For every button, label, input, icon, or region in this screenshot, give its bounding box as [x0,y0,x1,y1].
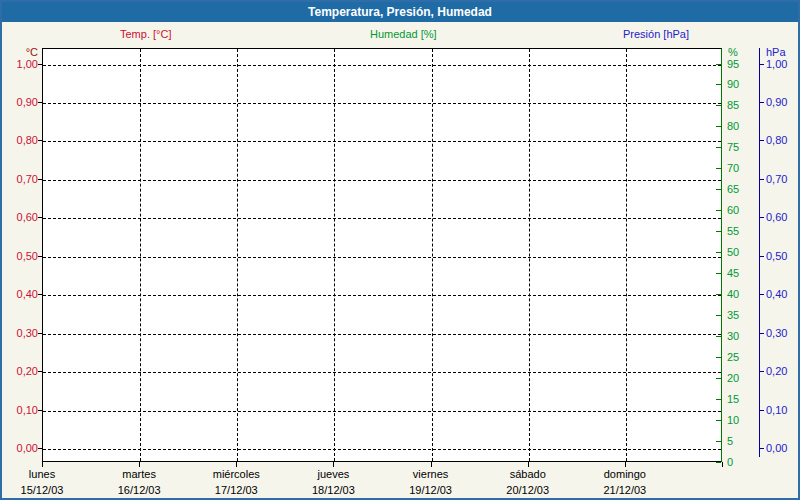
x-day-label: miércoles [188,468,284,480]
pressure-tick-mark [760,294,764,295]
pressure-tick-label: 0,10 [766,403,787,417]
v-gridline [432,49,433,461]
h-gridline [43,334,721,335]
humidity-tick-label: 65 [727,182,739,196]
v-gridline [237,49,238,461]
x-tick-mark [722,462,723,467]
humidity-tick-mark [716,168,721,169]
h-gridline [43,257,721,258]
humidity-tick-mark [716,273,721,274]
humidity-tick-label: 90 [727,77,739,91]
v-gridline [334,49,335,461]
temp-tick-label: 0,70 [4,172,38,186]
pressure-tick-mark [760,333,764,334]
title-bar: Temperatura, Presión, Humedad [2,2,798,22]
temp-tick-mark [38,448,42,449]
x-day-label: martes [91,468,187,480]
pressure-axis-line [759,48,760,457]
x-date-label: 16/12/03 [91,484,187,496]
temp-tick-label: 1,00 [4,57,38,71]
temp-tick-mark [38,294,42,295]
humidity-tick-mark [716,294,721,295]
humidity-tick-mark [716,420,721,421]
humidity-tick-mark [716,105,721,106]
humidity-tick-mark [716,210,721,211]
h-gridline [43,180,721,181]
x-tick-mark [333,462,334,467]
humidity-tick-mark [716,189,721,190]
humidity-tick-label: 70 [727,161,739,175]
temp-tick-label: 0,50 [4,249,38,263]
temp-tick-mark [38,256,42,257]
x-date-label: 17/12/03 [188,484,284,496]
humidity-tick-label: 5 [727,434,733,448]
humidity-tick-mark [716,64,721,65]
temp-tick-mark [38,333,42,334]
temp-tick-label: 0,20 [4,364,38,378]
humidity-tick-label: 50 [727,245,739,259]
humidity-tick-label: 45 [727,266,739,280]
temp-tick-label: 0,90 [4,95,38,109]
temp-tick-label: 0,60 [4,210,38,224]
pressure-tick-label: 0,80 [766,133,787,147]
x-date-label: 18/12/03 [285,484,381,496]
pressure-tick-label: 0,70 [766,172,787,186]
x-tick-mark [139,462,140,467]
legend-pressure: Presión [hPa] [623,28,689,40]
temp-tick-mark [38,371,42,372]
x-date-label: 21/12/03 [577,484,673,496]
humidity-tick-label: 95 [727,57,739,71]
x-tick-mark [236,462,237,467]
h-gridline [43,141,721,142]
x-tick-mark [528,462,529,467]
temp-tick-mark [38,140,42,141]
pressure-tick-label: 1,00 [766,57,787,71]
pressure-tick-label: 0,00 [766,441,787,455]
pressure-tick-mark [760,448,764,449]
legend-humidity: Humedad [%] [370,28,437,40]
h-gridline [43,103,721,104]
x-date-label: 20/12/03 [480,484,576,496]
v-gridline [140,49,141,461]
humidity-tick-mark [716,84,721,85]
x-date-label: 19/12/03 [383,484,479,496]
h-gridline [43,411,721,412]
humidity-tick-label: 30 [727,329,739,343]
humidity-tick-mark [716,399,721,400]
h-gridline [43,218,721,219]
humidity-tick-mark [716,462,721,463]
humidity-tick-label: 40 [727,287,739,301]
x-tick-mark [431,462,432,467]
humidity-tick-label: 80 [727,119,739,133]
pressure-tick-label: 0,90 [766,95,787,109]
temp-tick-mark [38,64,42,65]
humidity-tick-mark [716,231,721,232]
pressure-tick-mark [760,256,764,257]
humidity-tick-label: 25 [727,350,739,364]
window-title: Temperatura, Presión, Humedad [308,5,492,19]
temp-tick-label: 0,40 [4,287,38,301]
temp-tick-label: 0,80 [4,133,38,147]
pressure-tick-label: 0,30 [766,326,787,340]
chart-window: Temperatura, Presión, Humedad Temp. [°C]… [0,0,800,500]
humidity-tick-mark [716,147,721,148]
humidity-tick-label: 85 [727,98,739,112]
humidity-tick-label: 55 [727,224,739,238]
x-day-label: sábado [480,468,576,480]
pressure-tick-mark [760,64,764,65]
temp-tick-label: 0,10 [4,403,38,417]
v-gridline [626,49,627,461]
humidity-tick-label: 75 [727,140,739,154]
pressure-tick-label: 0,20 [766,364,787,378]
legend-temperature: Temp. [°C] [120,28,171,40]
h-gridline [43,295,721,296]
temp-tick-mark [38,179,42,180]
temp-tick-mark [38,217,42,218]
plot-area[interactable] [42,48,722,462]
x-date-label: 15/12/03 [0,484,90,496]
x-tick-mark [42,462,43,467]
pressure-tick-mark [760,217,764,218]
humidity-tick-mark [716,378,721,379]
x-day-label: lunes [0,468,90,480]
v-gridline [529,49,530,461]
